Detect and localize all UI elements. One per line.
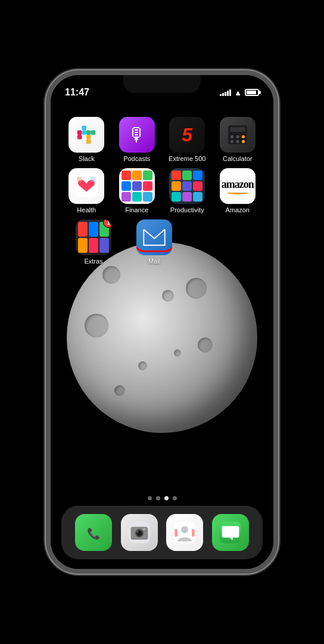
svg-point-29 (181, 526, 188, 533)
dock-phone[interactable]: 📞 (75, 514, 112, 551)
app-finance-label: Finance (125, 206, 148, 213)
svg-rect-31 (192, 529, 195, 537)
svg-rect-5 (91, 130, 96, 135)
svg-rect-7 (86, 140, 91, 144)
app-productivity[interactable]: Productivity (166, 168, 208, 213)
svg-rect-1 (77, 130, 82, 135)
app-podcasts-label: Podcasts (123, 155, 150, 162)
app-health[interactable]: Health (65, 168, 108, 213)
page-dot-4[interactable] (173, 496, 177, 500)
app-amazon-label: Amazon (226, 206, 250, 213)
app-extreme500-label: Extreme 500 (169, 155, 205, 162)
dock: 📞 (61, 506, 263, 559)
page-dot-1[interactable] (148, 496, 152, 500)
app-finance[interactable]: Finance (116, 168, 158, 213)
svg-rect-0 (77, 135, 82, 140)
app-amazon[interactable]: amazon Amazon (216, 168, 259, 213)
app-row-3: 1 Extras Mail (61, 219, 263, 265)
app-mail-label: Mail (148, 258, 160, 265)
app-extreme500[interactable]: 5 Extreme 500 (166, 117, 208, 162)
svg-rect-2 (82, 130, 87, 135)
status-bar: 11:47 ▲ (51, 83, 273, 101)
svg-rect-30 (175, 529, 177, 537)
app-mail[interactable]: Mail (133, 219, 176, 265)
svg-rect-4 (86, 130, 91, 135)
battery-icon (245, 89, 259, 96)
app-health-label: Health (77, 206, 96, 213)
app-slack[interactable]: Slack (65, 117, 108, 162)
wifi-icon: ▲ (234, 88, 242, 97)
svg-point-10 (230, 135, 233, 138)
app-row-2: Health Finance (61, 168, 263, 213)
app-podcasts[interactable]: 🎙 Podcasts (116, 117, 158, 162)
app-calculator-label: Calculator (223, 155, 253, 162)
app-grid: Slack 🎙 Podcasts 5 Extreme 500 (51, 111, 273, 277)
time-display: 11:47 (65, 87, 89, 98)
status-icons: ▲ (220, 88, 259, 97)
svg-text:📞: 📞 (87, 527, 101, 540)
svg-rect-9 (230, 127, 245, 132)
svg-point-26 (137, 531, 138, 532)
svg-rect-18 (91, 177, 96, 182)
svg-point-15 (242, 140, 245, 143)
svg-point-12 (242, 135, 245, 138)
svg-rect-17 (77, 177, 82, 182)
signal-icon (220, 89, 231, 96)
page-dot-2[interactable] (156, 496, 160, 500)
svg-point-11 (236, 135, 239, 138)
phone-frame: 11:47 ▲ (46, 70, 278, 574)
dock-camera[interactable] (121, 514, 158, 551)
svg-point-13 (230, 140, 233, 143)
svg-point-14 (236, 140, 239, 143)
app-productivity-label: Productivity (170, 206, 204, 213)
app-slack-label: Slack (79, 155, 95, 162)
dock-messages[interactable] (212, 514, 249, 551)
page-dots (51, 496, 273, 500)
svg-rect-3 (82, 126, 87, 131)
svg-rect-27 (143, 528, 146, 530)
app-extras[interactable]: 1 Extras (72, 219, 115, 265)
app-extras-label: Extras (84, 258, 102, 265)
app-row-1: Slack 🎙 Podcasts 5 Extreme 500 (61, 117, 263, 162)
dock-contacts[interactable] (166, 514, 203, 551)
app-calculator[interactable]: Calculator (216, 117, 259, 162)
page-dot-3[interactable] (164, 496, 169, 500)
svg-rect-6 (86, 135, 91, 140)
